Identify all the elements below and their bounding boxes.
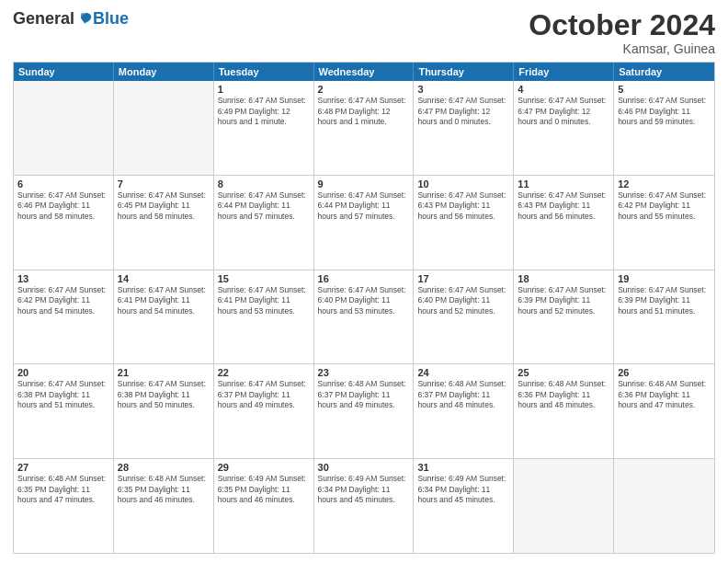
day-info: Sunrise: 6:47 AM Sunset: 6:38 PM Dayligh…: [17, 379, 109, 410]
day-info: Sunrise: 6:47 AM Sunset: 6:46 PM Dayligh…: [17, 190, 109, 222]
calendar-cell: 16Sunrise: 6:47 AM Sunset: 6:40 PM Dayli…: [314, 270, 415, 364]
header-day-wednesday: Wednesday: [314, 63, 415, 81]
day-number: 26: [618, 367, 711, 378]
day-number: 17: [417, 273, 509, 284]
month-title: October 2024: [529, 9, 715, 41]
page-container: General Blue October 2024 Kamsar, Guinea…: [0, 0, 728, 563]
day-info: Sunrise: 6:47 AM Sunset: 6:39 PM Dayligh…: [518, 285, 609, 316]
day-number: 31: [417, 462, 509, 473]
day-number: 30: [318, 462, 410, 473]
day-number: 20: [17, 367, 109, 378]
calendar-cell: 26Sunrise: 6:48 AM Sunset: 6:36 PM Dayli…: [614, 364, 714, 458]
page-header: General Blue October 2024 Kamsar, Guinea: [13, 9, 715, 56]
header-day-tuesday: Tuesday: [214, 63, 314, 81]
calendar-body: 1Sunrise: 6:47 AM Sunset: 6:49 PM Daylig…: [14, 81, 714, 553]
day-number: 6: [17, 178, 109, 190]
day-info: Sunrise: 6:47 AM Sunset: 6:45 PM Dayligh…: [118, 190, 210, 222]
calendar-cell: 4Sunrise: 6:47 AM Sunset: 6:47 PM Daylig…: [514, 81, 614, 175]
calendar-week-2: 6Sunrise: 6:47 AM Sunset: 6:46 PM Daylig…: [14, 176, 714, 270]
day-info: Sunrise: 6:49 AM Sunset: 6:34 PM Dayligh…: [417, 474, 509, 505]
day-number: 29: [218, 462, 310, 473]
day-number: 12: [618, 178, 711, 190]
day-number: 23: [318, 367, 410, 378]
day-info: Sunrise: 6:47 AM Sunset: 6:43 PM Dayligh…: [518, 190, 609, 222]
day-number: 4: [518, 84, 609, 95]
calendar-week-1: 1Sunrise: 6:47 AM Sunset: 6:49 PM Daylig…: [14, 81, 714, 176]
header-day-thursday: Thursday: [414, 63, 514, 81]
day-info: Sunrise: 6:48 AM Sunset: 6:36 PM Dayligh…: [518, 379, 609, 410]
logo-blue-text: Blue: [93, 9, 129, 29]
calendar-cell: 21Sunrise: 6:47 AM Sunset: 6:38 PM Dayli…: [114, 364, 214, 458]
calendar-week-5: 27Sunrise: 6:48 AM Sunset: 6:35 PM Dayli…: [14, 459, 714, 553]
day-number: 27: [17, 462, 109, 473]
day-number: 2: [318, 84, 410, 95]
day-info: Sunrise: 6:48 AM Sunset: 6:36 PM Dayligh…: [618, 379, 711, 410]
day-info: Sunrise: 6:47 AM Sunset: 6:40 PM Dayligh…: [417, 285, 509, 316]
day-info: Sunrise: 6:47 AM Sunset: 6:42 PM Dayligh…: [17, 285, 109, 316]
day-number: 19: [618, 273, 711, 284]
day-info: Sunrise: 6:47 AM Sunset: 6:48 PM Dayligh…: [318, 96, 410, 127]
day-info: Sunrise: 6:47 AM Sunset: 6:38 PM Dayligh…: [118, 379, 210, 410]
calendar-cell: 9Sunrise: 6:47 AM Sunset: 6:44 PM Daylig…: [314, 176, 415, 270]
calendar: SundayMondayTuesdayWednesdayThursdayFrid…: [13, 62, 715, 554]
day-number: 22: [218, 367, 310, 378]
day-info: Sunrise: 6:49 AM Sunset: 6:34 PM Dayligh…: [318, 474, 410, 505]
header-day-friday: Friday: [514, 63, 614, 81]
day-number: 24: [417, 367, 509, 378]
day-number: 15: [218, 273, 310, 284]
day-number: 18: [518, 273, 609, 284]
day-info: Sunrise: 6:47 AM Sunset: 6:43 PM Dayligh…: [417, 190, 509, 222]
calendar-cell: 2Sunrise: 6:47 AM Sunset: 6:48 PM Daylig…: [314, 81, 415, 175]
day-info: Sunrise: 6:47 AM Sunset: 6:46 PM Dayligh…: [618, 96, 711, 127]
calendar-cell: 31Sunrise: 6:49 AM Sunset: 6:34 PM Dayli…: [414, 459, 514, 553]
logo: General Blue: [13, 9, 129, 29]
calendar-cell: 6Sunrise: 6:47 AM Sunset: 6:46 PM Daylig…: [14, 176, 114, 270]
day-info: Sunrise: 6:47 AM Sunset: 6:49 PM Dayligh…: [218, 96, 310, 127]
calendar-week-3: 13Sunrise: 6:47 AM Sunset: 6:42 PM Dayli…: [14, 270, 714, 365]
calendar-cell: 23Sunrise: 6:48 AM Sunset: 6:37 PM Dayli…: [314, 364, 415, 458]
calendar-cell: [514, 459, 614, 553]
calendar-cell: 8Sunrise: 6:47 AM Sunset: 6:44 PM Daylig…: [214, 176, 314, 270]
calendar-cell: 20Sunrise: 6:47 AM Sunset: 6:38 PM Dayli…: [14, 364, 114, 458]
calendar-cell: 28Sunrise: 6:48 AM Sunset: 6:35 PM Dayli…: [114, 459, 214, 553]
day-info: Sunrise: 6:48 AM Sunset: 6:37 PM Dayligh…: [318, 379, 410, 410]
logo-general-text: General: [13, 9, 74, 29]
header-day-monday: Monday: [114, 63, 214, 81]
day-info: Sunrise: 6:47 AM Sunset: 6:47 PM Dayligh…: [518, 96, 609, 127]
day-info: Sunrise: 6:49 AM Sunset: 6:35 PM Dayligh…: [218, 474, 310, 505]
calendar-cell: [114, 81, 214, 175]
calendar-week-4: 20Sunrise: 6:47 AM Sunset: 6:38 PM Dayli…: [14, 364, 714, 459]
day-number: 3: [417, 84, 509, 95]
day-number: 8: [218, 178, 310, 190]
day-info: Sunrise: 6:47 AM Sunset: 6:44 PM Dayligh…: [318, 190, 410, 222]
calendar-cell: 3Sunrise: 6:47 AM Sunset: 6:47 PM Daylig…: [414, 81, 514, 175]
calendar-cell: 12Sunrise: 6:47 AM Sunset: 6:42 PM Dayli…: [614, 176, 714, 270]
day-info: Sunrise: 6:47 AM Sunset: 6:42 PM Dayligh…: [618, 190, 711, 222]
day-number: 11: [518, 178, 609, 190]
location: Kamsar, Guinea: [529, 41, 715, 56]
calendar-cell: 27Sunrise: 6:48 AM Sunset: 6:35 PM Dayli…: [14, 459, 114, 553]
title-block: October 2024 Kamsar, Guinea: [529, 9, 715, 56]
header-day-saturday: Saturday: [614, 63, 714, 81]
calendar-cell: 22Sunrise: 6:47 AM Sunset: 6:37 PM Dayli…: [214, 364, 314, 458]
calendar-cell: 1Sunrise: 6:47 AM Sunset: 6:49 PM Daylig…: [214, 81, 314, 175]
calendar-cell: 25Sunrise: 6:48 AM Sunset: 6:36 PM Dayli…: [514, 364, 614, 458]
calendar-cell: 13Sunrise: 6:47 AM Sunset: 6:42 PM Dayli…: [14, 270, 114, 364]
day-info: Sunrise: 6:47 AM Sunset: 6:41 PM Dayligh…: [218, 285, 310, 316]
day-number: 14: [118, 273, 210, 284]
calendar-cell: [614, 459, 714, 553]
calendar-cell: 30Sunrise: 6:49 AM Sunset: 6:34 PM Dayli…: [314, 459, 415, 553]
logo-bird-icon: [76, 11, 93, 28]
calendar-cell: 10Sunrise: 6:47 AM Sunset: 6:43 PM Dayli…: [414, 176, 514, 270]
day-number: 28: [118, 462, 210, 473]
day-number: 21: [118, 367, 210, 378]
calendar-cell: 5Sunrise: 6:47 AM Sunset: 6:46 PM Daylig…: [614, 81, 714, 175]
day-number: 13: [17, 273, 109, 284]
day-info: Sunrise: 6:48 AM Sunset: 6:35 PM Dayligh…: [118, 474, 210, 505]
calendar-cell: 18Sunrise: 6:47 AM Sunset: 6:39 PM Dayli…: [514, 270, 614, 364]
day-number: 10: [417, 178, 509, 190]
calendar-cell: 19Sunrise: 6:47 AM Sunset: 6:39 PM Dayli…: [614, 270, 714, 364]
header-day-sunday: Sunday: [14, 63, 114, 81]
calendar-cell: 11Sunrise: 6:47 AM Sunset: 6:43 PM Dayli…: [514, 176, 614, 270]
day-info: Sunrise: 6:47 AM Sunset: 6:47 PM Dayligh…: [417, 96, 509, 127]
